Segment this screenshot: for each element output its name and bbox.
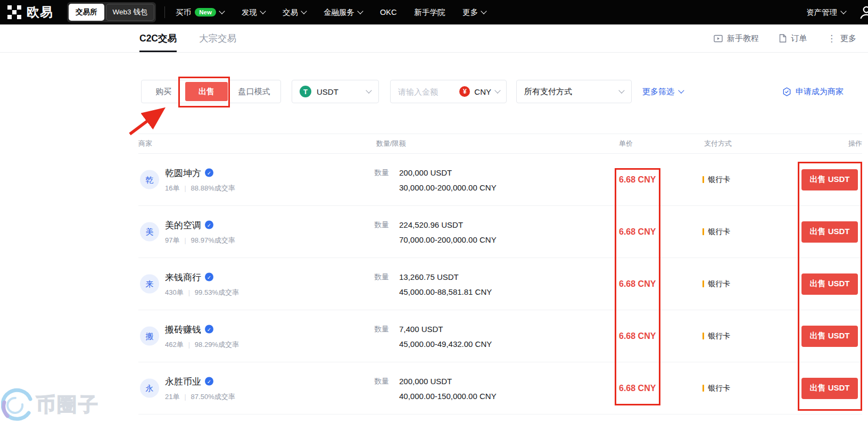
action-cell: 出售 USDT [801, 378, 858, 399]
table-row: 乾 乾圆坤方 ✓ 16单 | 88.88%成交率 数量 200,000 [138, 154, 862, 206]
watermark-text: 币圈子 [36, 395, 100, 414]
quantity-cell: 数量 200,000 USDT 40,000.00-150,000.00 CNY [374, 376, 497, 400]
menu-item-buy-crypto[interactable]: 买币 New [176, 7, 224, 18]
become-merchant-label: 申请成为商家 [796, 87, 844, 97]
person-icon [858, 4, 868, 20]
new-badge: New [195, 8, 216, 16]
tab-c2c-trade[interactable]: C2C交易 [139, 24, 177, 52]
account-button[interactable] [858, 4, 868, 20]
merchant-cell: 搬 搬砖赚钱 ✓ 462单 | 98.29%成交率 [140, 323, 239, 349]
sell-usdt-button[interactable]: 出售 USDT [801, 273, 858, 295]
limit-range: 70,000.00-200,000.00 CNY [399, 235, 497, 244]
secondary-navigation: C2C交易 大宗交易 新手教程 订单 ⋮ 更多 [0, 24, 868, 53]
stats-separator: | [188, 288, 190, 296]
bank-card-marker-icon [702, 176, 704, 183]
okx-logo-icon [7, 5, 21, 19]
limit-range: 45,000.00-88,581.81 CNY [399, 287, 492, 296]
merchant-name[interactable]: 搬砖赚钱 [165, 323, 201, 335]
filter-bar: 购买 出售 盘口模式 T USDT ¥ CNY 所有支付方式 更多筛选 [0, 79, 868, 104]
more-filters-button[interactable]: 更多筛选 [642, 79, 683, 104]
merchant-cell: 永 永胜币业 ✓ 21单 | 87.50%成交率 [140, 375, 235, 401]
link-label: 订单 [791, 34, 807, 44]
crypto-select[interactable]: T USDT [292, 80, 379, 103]
order-count: 462单 [165, 339, 184, 349]
menu-item-financial-services[interactable]: 金融服务 [324, 7, 362, 18]
merchant-cell: 来 来钱商行 ✓ 430单 | 99.53%成交率 [140, 271, 239, 297]
tab-buy[interactable]: 购买 [142, 87, 185, 97]
more-dots-icon: ⋮ [827, 34, 836, 43]
table-row: 搬 搬砖赚钱 ✓ 462单 | 98.29%成交率 数量 7,400 [138, 310, 862, 362]
completion-rate: 98.97%成交率 [191, 235, 235, 245]
okx-logo[interactable]: 欧易 [7, 4, 53, 21]
unit-price: 6.68 CNY [619, 384, 656, 393]
more-filters-label: 更多筛选 [642, 87, 674, 97]
header-quantity-limit: 数量/限额 [376, 139, 406, 148]
top-navigation-bar: 欧易 交易所 Web3 钱包 买币 New 发现 交易 金融服务 [0, 0, 868, 24]
limit-range: 30,000.00-200,000.00 CNY [399, 183, 497, 192]
menu-item-okc[interactable]: OKC [380, 8, 396, 16]
chevron-down-icon [481, 8, 487, 14]
become-merchant-link[interactable]: 申请成为商家 [782, 79, 844, 104]
unit-price: 6.68 CNY [619, 279, 656, 289]
stats-separator: | [184, 184, 186, 192]
merchant-name[interactable]: 美的空调 [165, 219, 201, 231]
toggle-exchange-button[interactable]: 交易所 [69, 4, 104, 21]
payment-method: 银行卡 [708, 331, 730, 341]
sell-usdt-button[interactable]: 出售 USDT [801, 221, 858, 243]
menu-item-academy[interactable]: 新手学院 [414, 7, 445, 18]
merchant-stats: 462单 | 98.29%成交率 [165, 339, 239, 349]
assets-menu[interactable]: 资产管理 [806, 7, 846, 18]
more-link[interactable]: ⋮ 更多 [827, 34, 856, 44]
subnav-links: 新手教程 订单 ⋮ 更多 [714, 34, 856, 44]
beginner-tutorial-link[interactable]: 新手教程 [714, 34, 759, 44]
merchant-cell: 美 美的空调 ✓ 97单 | 98.97%成交率 [140, 219, 235, 245]
toggle-web3-wallet-button[interactable]: Web3 钱包 [106, 4, 155, 21]
stats-separator: | [184, 236, 186, 244]
stats-separator: | [184, 393, 186, 400]
tab-sell[interactable]: 出售 [185, 82, 228, 101]
quantity-cell: 数量 13,260.75 USDT 45,000.00-88,581.81 CN… [374, 272, 492, 296]
video-tutorial-icon [714, 35, 723, 43]
menu-item-more[interactable]: 更多 [462, 7, 486, 18]
okx-c2c-page: 欧易 交易所 Web3 钱包 买币 New 发现 交易 金融服务 [0, 0, 868, 423]
main-menu: 买币 New 发现 交易 金融服务 OKC 新手学院 [176, 7, 486, 18]
completion-rate: 99.53%成交率 [195, 287, 239, 297]
sell-usdt-button[interactable]: 出售 USDT [801, 169, 858, 190]
merchant-name[interactable]: 永胜币业 [165, 375, 201, 387]
avatar: 乾 [140, 170, 159, 189]
unit-price: 6.68 CNY [619, 227, 656, 237]
bank-card-marker-icon [702, 228, 704, 235]
menu-item-trade[interactable]: 交易 [283, 7, 306, 18]
buy-sell-mode-group: 购买 出售 盘口模式 [141, 80, 281, 103]
amount-input[interactable] [397, 87, 455, 97]
avatar: 来 [140, 275, 159, 294]
bank-card-marker-icon [702, 280, 704, 287]
merchant-badge-icon [782, 87, 791, 96]
tab-orderbook-mode[interactable]: 盘口模式 [228, 87, 280, 97]
payment-method-select[interactable]: 所有支付方式 [516, 80, 632, 103]
order-count: 97单 [165, 235, 179, 245]
avatar: 永 [140, 379, 159, 398]
action-cell: 出售 USDT [801, 326, 858, 347]
merchant-name[interactable]: 乾圆坤方 [165, 167, 201, 179]
orders-link[interactable]: 订单 [779, 34, 807, 44]
merchant-stats: 21单 | 87.50%成交率 [165, 392, 235, 401]
quantity-value: 200,000 USDT [399, 168, 452, 177]
sell-usdt-button[interactable]: 出售 USDT [801, 326, 858, 347]
fiat-select-value[interactable]: CNY [474, 87, 491, 96]
quantity-cell: 数量 224,520.96 USDT 70,000.00-200,000.00 … [374, 220, 497, 244]
quantity-value: 200,000 USDT [399, 376, 452, 386]
merchant-stats: 430单 | 99.53%成交率 [165, 287, 239, 297]
payment-cell: 银行卡 [702, 279, 730, 289]
tab-block-trade[interactable]: 大宗交易 [199, 24, 236, 52]
verified-icon: ✓ [205, 273, 213, 281]
merchant-name[interactable]: 来钱商行 [165, 271, 201, 283]
completion-rate: 88.88%成交率 [191, 183, 235, 193]
sell-usdt-button[interactable]: 出售 USDT [801, 378, 858, 399]
watermark-logo-icon [1, 386, 34, 422]
chevron-down-icon [219, 8, 225, 14]
topbar-divider [164, 6, 165, 18]
merchant-info: 来钱商行 ✓ 430单 | 99.53%成交率 [165, 271, 239, 297]
unit-price: 6.68 CNY [619, 175, 656, 185]
menu-item-discover[interactable]: 发现 [242, 7, 265, 18]
